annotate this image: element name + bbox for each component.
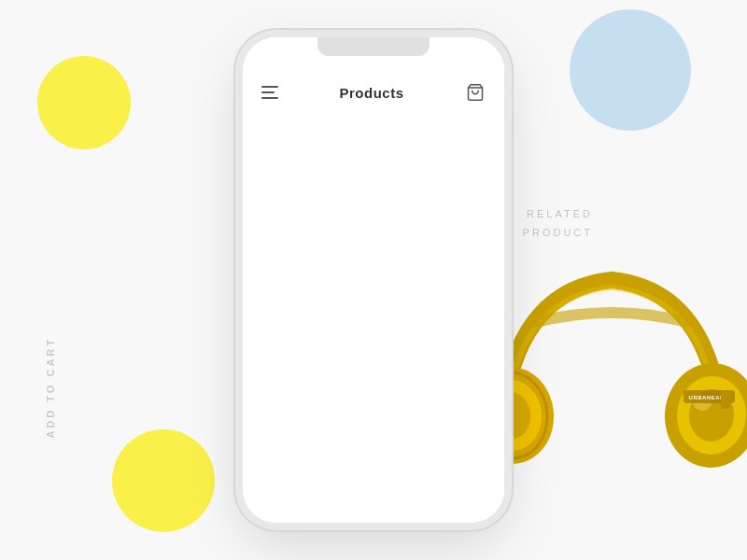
- phone-mockup: Products: [243, 37, 504, 523]
- cart-button[interactable]: [465, 82, 486, 103]
- menu-button[interactable]: [261, 86, 278, 99]
- decorative-circle-blue-top: [570, 9, 691, 131]
- product-content-area: [243, 118, 504, 523]
- related-product-line1: RELATED: [527, 205, 593, 224]
- related-product-line2: PRODUCT: [523, 224, 593, 243]
- phone-screen: Products: [243, 37, 504, 523]
- page-title: Products: [339, 85, 403, 101]
- decorative-circle-yellow-top: [37, 56, 131, 149]
- phone-top-bar: [317, 37, 430, 56]
- add-to-cart-label: ADD TO CART: [45, 337, 56, 439]
- hamburger-line-3: [261, 97, 278, 99]
- svg-rect-12: [721, 390, 730, 409]
- hamburger-line-1: [261, 86, 278, 88]
- related-product-label: RELATED PRODUCT: [523, 205, 593, 243]
- decorative-circle-yellow-bottom: [112, 429, 215, 532]
- hamburger-line-2: [261, 91, 275, 93]
